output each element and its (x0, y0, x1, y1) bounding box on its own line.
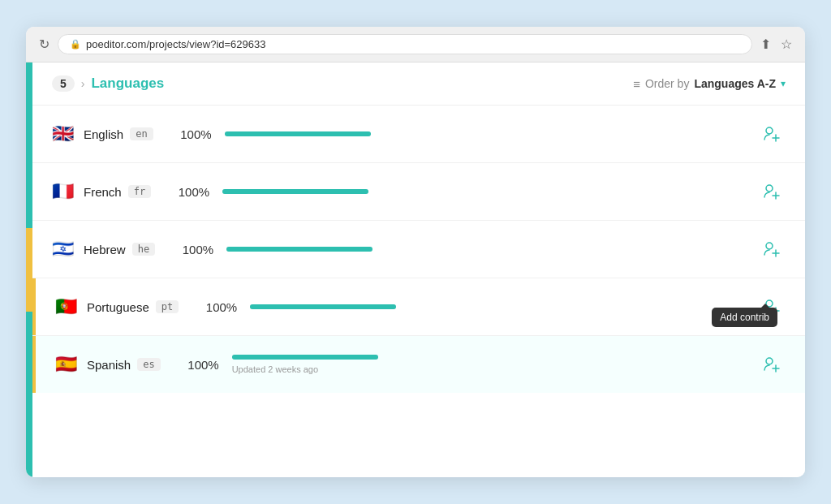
url-text: poeditor.com/projects/view?id=629633 (86, 38, 266, 50)
flag-english: 🇬🇧 (52, 125, 74, 143)
dropdown-arrow-icon: ▾ (781, 78, 786, 89)
progress-bar-bg (225, 131, 371, 136)
language-code: es (137, 358, 160, 371)
flag-spanish: 🇪🇸 (52, 355, 77, 373)
completion-percent: 100% (170, 185, 209, 199)
progress-container (250, 304, 745, 309)
progress-container (222, 189, 745, 194)
sidebar-accent (26, 62, 32, 477)
svg-point-3 (766, 185, 773, 192)
language-name: Hebrew (84, 243, 126, 256)
page-title: Languages (91, 75, 164, 92)
progress-bar-fill (232, 355, 378, 360)
add-contributor-button[interactable]: Add contrib (758, 293, 786, 321)
progress-bar-fill (222, 189, 368, 194)
table-row: 🇫🇷 French fr 100% (32, 163, 805, 221)
update-timestamp: Updated 2 weeks ago (232, 364, 745, 374)
language-count-badge: 5 (52, 75, 75, 92)
table-row: 🇮🇱 Hebrew he 100% (32, 221, 805, 278)
add-contributor-button[interactable] (758, 235, 786, 263)
language-code: pt (156, 300, 179, 313)
table-row: 🇵🇹 Portuguese pt 100% (32, 278, 805, 336)
flag-hebrew: 🇮🇱 (52, 240, 74, 258)
page-content: 5 › Languages ≡ Order by Languages A-Z ▾… (26, 62, 805, 477)
progress-bar-fill (226, 247, 372, 252)
svg-point-12 (766, 358, 773, 364)
progress-bar-bg (250, 304, 396, 309)
browser-actions: ⬆ ☆ (760, 37, 792, 52)
progress-container (226, 247, 745, 252)
languages-list: 🇬🇧 English en 100% (32, 106, 805, 477)
progress-bar-fill (225, 131, 371, 136)
flag-french: 🇫🇷 (52, 183, 74, 200)
flag-portuguese: 🇵🇹 (52, 298, 77, 316)
completion-percent: 100% (180, 358, 219, 372)
add-contributor-button[interactable] (758, 120, 786, 148)
browser-bar: ↻ 🔒 poeditor.com/projects/view?id=629633… (26, 27, 805, 62)
add-contributor-button[interactable] (758, 351, 786, 378)
svg-point-0 (766, 127, 773, 134)
progress-bar-bg (226, 247, 372, 252)
completion-percent: 100% (174, 243, 213, 256)
order-icon: ≡ (633, 77, 640, 91)
chevron-right-icon: › (81, 77, 85, 90)
language-code: fr (128, 185, 151, 198)
browser-window: ↻ 🔒 poeditor.com/projects/view?id=629633… (26, 27, 805, 477)
order-label: Order by (645, 77, 689, 90)
reload-button[interactable]: ↻ (39, 37, 50, 52)
completion-percent: 100% (173, 127, 212, 141)
progress-bar-bg (232, 355, 378, 360)
tooltip: Add contrib (712, 308, 777, 327)
language-code: en (130, 127, 153, 140)
progress-container: Updated 2 weeks ago (232, 355, 745, 374)
table-row: 🇬🇧 English en 100% (32, 106, 805, 163)
progress-bar-bg (222, 189, 368, 194)
add-contributor-button[interactable] (758, 178, 786, 205)
progress-bar-fill (250, 304, 396, 309)
header-bar: 5 › Languages ≡ Order by Languages A-Z ▾ (32, 62, 805, 106)
lock-icon: 🔒 (70, 39, 81, 50)
language-code: he (132, 243, 155, 256)
table-row: 🇪🇸 Spanish es 100% Updated 2 weeks ago (32, 336, 805, 393)
order-value[interactable]: Languages A-Z (694, 77, 776, 90)
language-name: French (84, 185, 122, 199)
share-icon[interactable]: ⬆ (760, 37, 771, 52)
bookmark-icon[interactable]: ☆ (781, 37, 792, 52)
language-name: Spanish (87, 358, 131, 372)
progress-container (225, 131, 745, 136)
header-right[interactable]: ≡ Order by Languages A-Z ▾ (633, 77, 786, 91)
main-content: 5 › Languages ≡ Order by Languages A-Z ▾… (32, 62, 805, 477)
completion-percent: 100% (198, 300, 237, 314)
language-name: Portuguese (87, 300, 149, 314)
url-bar[interactable]: 🔒 poeditor.com/projects/view?id=629633 (58, 34, 752, 54)
svg-point-6 (766, 243, 773, 249)
header-left: 5 › Languages (52, 75, 164, 92)
language-name: English (84, 127, 123, 141)
